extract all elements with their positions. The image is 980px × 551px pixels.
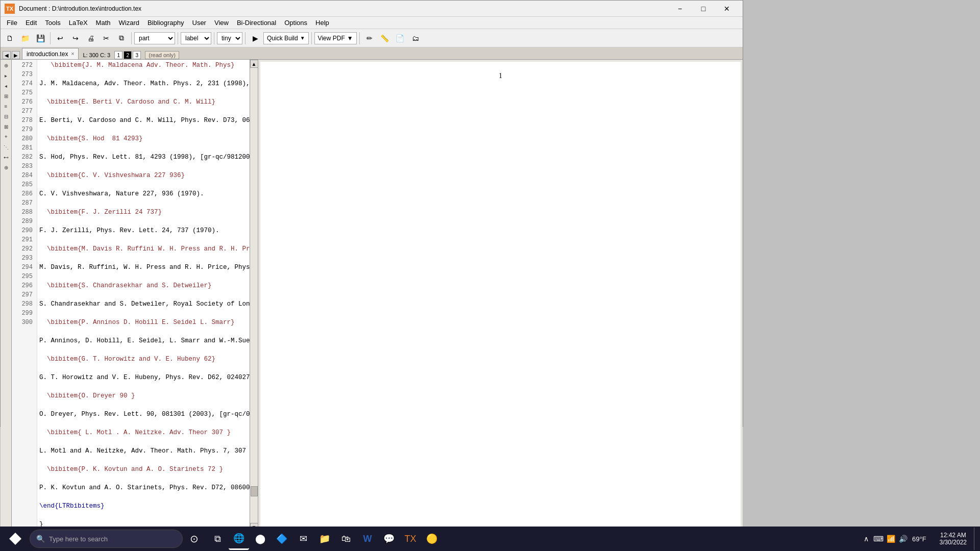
- undo-button[interactable]: ↩: [53, 31, 67, 45]
- line-numbers: 2722732742752762772782792802812822832842…: [12, 60, 37, 531]
- maximize-button[interactable]: □: [692, 1, 715, 17]
- code-line: S. Chandrasekhar and S. Detweiler, Royal…: [39, 299, 248, 309]
- size-dropdown[interactable]: tiny: [217, 32, 242, 44]
- tab-next[interactable]: ▶: [12, 51, 20, 59]
- label-dropdown[interactable]: label: [181, 32, 211, 44]
- part-dropdown[interactable]: part: [134, 32, 175, 44]
- sidebar-icon-4[interactable]: ⊞: [2, 91, 11, 101]
- quick-build-button[interactable]: Quick Build ▼: [263, 32, 309, 44]
- redo-button[interactable]: ↪: [68, 31, 83, 45]
- tab-info: L: 300 C: 3 1 2 3 (read only): [79, 51, 183, 59]
- store-button[interactable]: 🛍: [336, 528, 356, 550]
- preview-page-number: 1: [499, 72, 502, 80]
- sidebar-icon-11[interactable]: ⊕: [2, 163, 11, 172]
- view-pdf-button[interactable]: View PDF ▼: [314, 32, 357, 44]
- tab-prev[interactable]: ◀: [3, 51, 11, 59]
- scrollbar-vertical[interactable]: ▲ ▼: [250, 60, 258, 531]
- toolbar-btn-box[interactable]: 🗂: [408, 31, 423, 45]
- tab-num-1[interactable]: 1: [114, 51, 122, 59]
- sidebar-icon-1[interactable]: ⊕: [2, 61, 11, 70]
- menu-latex[interactable]: LaTeX: [65, 17, 92, 29]
- sidebar-icon-6[interactable]: ⊟: [2, 112, 11, 121]
- scroll-up[interactable]: ▲: [250, 60, 258, 68]
- toolbar-separator-4: [214, 32, 214, 44]
- print-button[interactable]: 🖨: [84, 31, 98, 45]
- systray-volume[interactable]: 🔊: [898, 534, 908, 544]
- search-placeholder: Type here to search: [49, 535, 108, 543]
- close-button[interactable]: ✕: [715, 1, 739, 17]
- menu-tools[interactable]: Tools: [41, 17, 64, 29]
- sidebar-icon-9[interactable]: ⋱: [2, 142, 11, 152]
- toolbar-btn-doc[interactable]: 📄: [393, 31, 407, 45]
- code-line: P. K. Kovtun and A. O. Starinets, Phys. …: [39, 483, 248, 492]
- line-number: 283: [12, 162, 35, 171]
- editor-container: ⊕ ▸ ◂ ⊞ ≡ ⊟ ⊠ ⌖ ⋱ ⊷ ⊕ 272273274275276277…: [1, 60, 743, 531]
- skype-button[interactable]: 💬: [379, 528, 399, 550]
- menu-wizard[interactable]: Wizard: [115, 17, 143, 29]
- line-number: 291: [12, 235, 35, 244]
- sidebar-icon-3[interactable]: ◂: [2, 81, 11, 90]
- mail-button[interactable]: ✉: [293, 528, 313, 550]
- clock-date: 3/30/2022: [940, 539, 967, 546]
- menu-help[interactable]: Help: [311, 17, 333, 29]
- edge2-button[interactable]: 🔷: [272, 528, 292, 550]
- window-controls: − □ ✕: [668, 1, 739, 17]
- code-line: \bibitem{O. Dreyer 90 }: [39, 391, 248, 400]
- code-content[interactable]: \bibitem{J. M. Maldacena Adv. Theor. Mat…: [37, 60, 250, 531]
- menu-edit[interactable]: Edit: [21, 17, 41, 29]
- tab-num-3[interactable]: 3: [133, 51, 141, 59]
- taskbar-clock[interactable]: 12:42 AM 3/30/2022: [934, 532, 973, 546]
- menu-bibliography[interactable]: Bibliography: [143, 17, 188, 29]
- position-display: L: 300 C: 3: [83, 52, 110, 58]
- open-button[interactable]: 📁: [18, 31, 32, 45]
- menu-bidirectional[interactable]: Bi-Directional: [233, 17, 280, 29]
- minimize-button[interactable]: −: [668, 1, 692, 17]
- toolbar-btn-pencil[interactable]: ✏: [362, 31, 377, 45]
- taskbar-search[interactable]: 🔍 Type here to search: [30, 530, 183, 548]
- systray-expand[interactable]: ∧: [861, 534, 871, 544]
- line-number: 294: [12, 263, 35, 272]
- menu-math[interactable]: Math: [92, 17, 115, 29]
- app-window: TX Document : D:\introdution.tex\introdu…: [0, 0, 743, 427]
- save-button[interactable]: 💾: [33, 31, 47, 45]
- code-line: \bibitem{M. Davis R. Ruffini W. H. Press…: [39, 244, 248, 254]
- show-desktop-button[interactable]: [974, 528, 978, 550]
- scroll-thumb[interactable]: [251, 486, 258, 496]
- cortana-button[interactable]: ⊙: [184, 528, 204, 550]
- editor-area[interactable]: 2722732742752762772782792802812822832842…: [12, 60, 258, 531]
- fileexplorer-button[interactable]: 📁: [314, 528, 335, 550]
- tab-close-btn[interactable]: ×: [69, 50, 76, 57]
- word-button[interactable]: W: [357, 528, 378, 550]
- edge-button[interactable]: 🌐: [229, 528, 249, 550]
- code-line: G. T. Horowitz and V. E. Hubeny, Phys. R…: [39, 373, 248, 382]
- sidebar-icon-8[interactable]: ⌖: [2, 132, 11, 141]
- menu-options[interactable]: Options: [280, 17, 311, 29]
- clock-time: 12:42 AM: [940, 532, 966, 539]
- cut-button[interactable]: ✂: [99, 31, 113, 45]
- menu-user[interactable]: User: [188, 17, 210, 29]
- tab-introduction[interactable]: introduction.tex ×: [22, 48, 79, 59]
- sidebar-icon-5[interactable]: ≡: [2, 102, 11, 111]
- menu-file[interactable]: File: [3, 17, 21, 29]
- sidebar-icon-10[interactable]: ⊷: [2, 153, 11, 162]
- toolbar-btn-ruler[interactable]: 📏: [378, 31, 392, 45]
- menu-view[interactable]: View: [210, 17, 233, 29]
- line-number: 292: [12, 244, 35, 254]
- line-number: 279: [12, 125, 35, 134]
- taskview-button[interactable]: ⧉: [207, 528, 228, 550]
- line-number: 286: [12, 189, 35, 198]
- tab-num-2[interactable]: 2: [124, 51, 132, 59]
- chrome-button[interactable]: ⬤: [250, 528, 271, 550]
- extra-button[interactable]: 🟡: [422, 528, 442, 550]
- title-bar-left: TX Document : D:\introdution.tex\introdu…: [5, 4, 141, 14]
- latex-button[interactable]: TX: [400, 528, 421, 550]
- temperature-display: 69°F: [910, 535, 928, 543]
- systray-network[interactable]: 📶: [886, 534, 896, 544]
- copy-button[interactable]: ⧉: [114, 31, 129, 45]
- systray-keyboard[interactable]: ⌨: [873, 534, 884, 544]
- arrow-btn[interactable]: ▶: [248, 31, 262, 45]
- sidebar-icon-2[interactable]: ▸: [2, 71, 11, 80]
- sidebar-icon-7[interactable]: ⊠: [2, 122, 11, 131]
- start-button[interactable]: [2, 528, 29, 550]
- new-button[interactable]: 🗋: [3, 31, 17, 45]
